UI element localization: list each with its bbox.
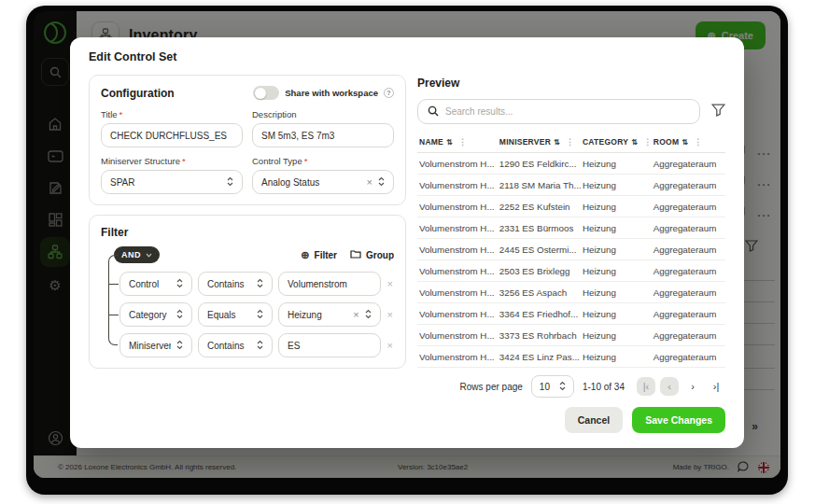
condition-field-value: Category — [129, 310, 171, 320]
control-type-select[interactable]: Analog Status × — [252, 170, 394, 194]
column-header-room[interactable]: ROOM⇅⋮ — [652, 133, 725, 153]
cell-room: Aggregateraum — [652, 325, 725, 346]
title-input[interactable] — [110, 131, 233, 141]
remove-condition-icon[interactable]: × — [386, 310, 394, 320]
search-box — [417, 99, 700, 124]
sort-icon[interactable]: ⇅ — [682, 138, 688, 147]
cell-name: Volumenstrom H... — [417, 282, 498, 303]
cell-name: Volumenstrom H... — [417, 303, 498, 325]
last-page-icon[interactable]: ›| — [707, 377, 725, 396]
add-filter-button[interactable]: ⊕ Filter — [301, 250, 337, 260]
share-workspace-toggle[interactable] — [253, 86, 279, 100]
cancel-button[interactable]: Cancel — [565, 407, 623, 433]
unfold-icon — [257, 278, 263, 290]
condition-operator-value: Contains — [207, 341, 251, 351]
chevron-down-icon — [146, 253, 152, 258]
table-row[interactable]: Volumenstrom H... 2118 SM Maria Th... He… — [417, 175, 725, 196]
condition-operator-select[interactable]: Contains — [198, 272, 273, 296]
title-field-group: Title * — [101, 109, 243, 147]
clear-icon[interactable]: × — [353, 310, 358, 320]
cell-category: Heizung — [581, 217, 652, 239]
table-row[interactable]: Volumenstrom H... 2252 ES Kufstein Heizu… — [417, 196, 725, 217]
condition-value-select[interactable]: Heizung × — [278, 302, 381, 327]
cell-miniserver: 2445 ES Ostermi... — [498, 239, 581, 260]
rows-per-page-select[interactable]: 10 — [531, 375, 574, 398]
logic-operator-dropdown[interactable]: AND — [114, 246, 160, 263]
add-group-label: Group — [366, 250, 394, 260]
first-page-icon[interactable]: |‹ — [637, 377, 655, 396]
plus-circle-icon: ⊕ — [301, 250, 309, 260]
required-marker: * — [304, 156, 308, 166]
cell-room: Aggregateraum — [652, 260, 725, 282]
add-filter-label: Filter — [315, 250, 337, 260]
condition-field-select[interactable]: Control — [119, 272, 192, 296]
condition-field-select[interactable]: Category — [119, 302, 192, 327]
table-row[interactable]: Volumenstrom H... 1290 ES Feldkirc... He… — [417, 153, 725, 175]
column-menu-icon[interactable]: ⋮ — [694, 137, 702, 147]
cell-miniserver: 2503 ES Brixlegg — [498, 260, 581, 282]
filter-card: Filter AND ⊕ Filter — [89, 215, 406, 369]
condition-operator-select[interactable]: Equals — [198, 302, 273, 327]
miniserver-structure-select[interactable]: SPAR — [101, 170, 243, 194]
cell-name: Volumenstrom H... — [417, 196, 498, 217]
description-input[interactable] — [261, 131, 385, 141]
save-changes-button[interactable]: Save Changes — [632, 407, 725, 433]
description-label: Description — [252, 109, 297, 119]
unfold-icon — [257, 340, 263, 352]
table-row[interactable]: Volumenstrom H... 3256 ES Aspach Heizung… — [417, 282, 725, 303]
cell-room: Aggregateraum — [652, 239, 725, 260]
table-row[interactable]: Volumenstrom H... 2331 ES Bürmoos Heizun… — [417, 217, 725, 239]
cell-miniserver: 2252 ES Kufstein — [498, 196, 581, 217]
condition-operator-value: Contains — [207, 279, 251, 289]
remove-condition-icon[interactable]: × — [386, 341, 394, 351]
column-label: NAME — [419, 137, 443, 147]
column-menu-icon[interactable]: ⋮ — [566, 137, 574, 147]
pagination: Rows per page 10 1-10 of 34 |‹ ‹ › ›| — [417, 375, 725, 398]
next-page-icon[interactable]: › — [683, 377, 702, 396]
share-workspace-label: Share with workspace — [285, 88, 378, 98]
table-row[interactable]: Volumenstrom H... 3373 ES Rohrbach Heizu… — [417, 325, 725, 346]
column-label: CATEGORY — [583, 137, 628, 147]
search-results-input[interactable] — [445, 106, 690, 117]
cell-name: Volumenstrom H... — [417, 325, 498, 346]
table-row[interactable]: Volumenstrom H... 2503 ES Brixlegg Heizu… — [417, 260, 725, 282]
toggle-knob — [255, 88, 266, 99]
column-header-name[interactable]: NAME⇅⋮ — [417, 133, 498, 153]
table-row[interactable]: Volumenstrom H... 3424 ES Linz Pas... He… — [417, 346, 725, 368]
condition-value-input[interactable] — [288, 279, 372, 289]
condition-operator-select[interactable]: Contains — [198, 333, 273, 357]
help-icon[interactable]: ? — [384, 88, 394, 98]
condition-operator-value: Equals — [207, 310, 251, 320]
cell-room: Aggregateraum — [652, 217, 725, 239]
cell-category: Heizung — [581, 196, 652, 217]
column-label: MINISERVER — [499, 137, 551, 147]
table-header-row: NAME⇅⋮ MINISERVER⇅⋮ CATEGORY⇅⋮ ROOM⇅⋮ — [417, 133, 725, 153]
condition-field-select[interactable]: Miniserver — [119, 333, 192, 357]
sort-icon[interactable]: ⇅ — [554, 138, 560, 147]
column-header-miniserver[interactable]: MINISERVER⇅⋮ — [498, 133, 581, 153]
table-row[interactable]: Volumenstrom H... 3364 ES Friedhof... He… — [417, 303, 725, 325]
table-row[interactable]: Volumenstrom H... 2445 ES Ostermi... Hei… — [417, 239, 725, 260]
column-menu-icon[interactable]: ⋮ — [643, 137, 652, 147]
sort-icon[interactable]: ⇅ — [631, 138, 638, 147]
unfold-icon — [559, 381, 566, 393]
condition-value-input[interactable] — [288, 341, 372, 351]
filter-condition-row: Category Equals Heizung × — [119, 302, 394, 327]
add-group-button[interactable]: Group — [350, 249, 394, 260]
column-menu-icon[interactable]: ⋮ — [458, 137, 467, 147]
unfold-icon — [365, 309, 372, 321]
filter-funnel-icon[interactable] — [711, 104, 725, 119]
cell-name: Volumenstrom H... — [417, 239, 498, 260]
column-header-category[interactable]: CATEGORY⇅⋮ — [581, 133, 652, 153]
remove-condition-icon[interactable]: × — [386, 279, 394, 289]
previous-page-icon[interactable]: ‹ — [660, 377, 679, 396]
sort-icon[interactable]: ⇅ — [446, 138, 453, 147]
control-type-value: Analog Status — [261, 177, 361, 188]
edit-control-set-modal: Edit Control Set Configuration Share wit… — [70, 37, 744, 448]
cell-category: Heizung — [581, 346, 652, 368]
cell-room: Aggregateraum — [652, 153, 725, 175]
cell-name: Volumenstrom H... — [417, 175, 498, 196]
clear-icon[interactable]: × — [367, 177, 372, 188]
pagination-range: 1-10 of 34 — [583, 382, 625, 392]
cell-category: Heizung — [581, 260, 652, 282]
